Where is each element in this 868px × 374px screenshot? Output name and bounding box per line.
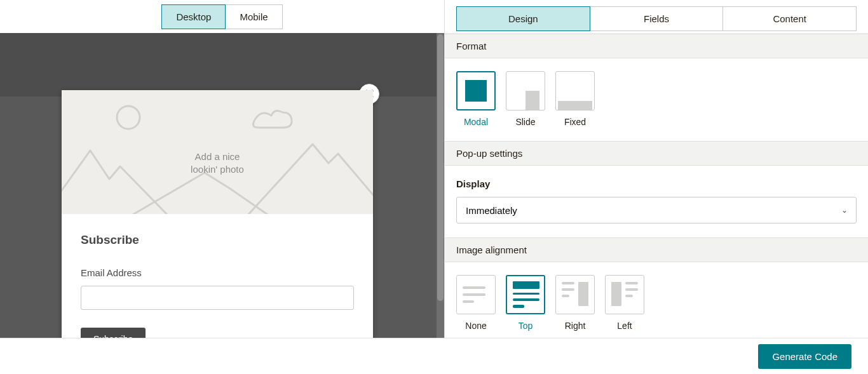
section-popup-settings-header: Pop-up settings — [445, 141, 868, 166]
preview-tabs: Desktop Mobile — [0, 0, 444, 33]
format-option-modal-label: Modal — [464, 117, 488, 127]
tab-design[interactable]: Design — [456, 6, 590, 31]
alignment-option-left[interactable]: Left — [605, 275, 644, 331]
footer-bar: Generate Code — [0, 338, 868, 374]
preview-stage: ✕ Add a nice lookin' photo S — [0, 33, 444, 338]
format-option-slide-label: Slide — [515, 117, 535, 127]
email-field[interactable] — [81, 286, 354, 310]
generate-code-button[interactable]: Generate Code — [758, 344, 851, 369]
display-select[interactable]: Immediately — [456, 197, 857, 224]
editor-scroll[interactable]: Format Modal Slide — [445, 33, 868, 338]
alignment-option-top-label: Top — [519, 321, 533, 331]
slide-icon — [526, 91, 539, 110]
section-image-alignment-header: Image alignment — [445, 237, 868, 262]
tab-mobile[interactable]: Mobile — [225, 5, 281, 29]
editor-tabs: Design Fields Content — [445, 0, 868, 33]
stage-scrollbar-thumb[interactable] — [437, 34, 444, 301]
alignment-option-right[interactable]: Right — [555, 275, 595, 331]
format-option-fixed[interactable]: Fixed — [555, 71, 595, 127]
tab-content[interactable]: Content — [722, 7, 856, 30]
alignment-option-none-label: None — [465, 321, 486, 331]
alignment-option-none[interactable]: None — [456, 275, 496, 331]
display-label: Display — [456, 178, 857, 189]
subscribe-button[interactable]: Subscribe — [81, 328, 146, 338]
format-option-fixed-label: Fixed — [564, 117, 586, 127]
modal-icon — [465, 80, 487, 102]
alignment-option-top[interactable]: Top — [506, 275, 545, 331]
editor-column: Design Fields Content Format Modal — [445, 0, 868, 338]
format-option-slide[interactable]: Slide — [506, 71, 545, 127]
preview-column: Desktop Mobile ✕ — [0, 0, 445, 338]
tab-fields[interactable]: Fields — [590, 7, 723, 30]
section-format-header: Format — [445, 34, 868, 58]
svg-point-0 — [117, 106, 140, 129]
placeholder-text: Add a nice lookin' photo — [191, 150, 244, 175]
email-label: Email Address — [81, 267, 354, 278]
popup-image-placeholder[interactable]: Add a nice lookin' photo — [62, 90, 373, 214]
fixed-icon — [558, 101, 592, 110]
alignment-option-left-label: Left — [617, 321, 632, 331]
alignment-option-right-label: Right — [565, 321, 586, 331]
format-option-modal[interactable]: Modal — [456, 71, 496, 127]
popup-heading: Subscribe — [81, 233, 354, 247]
popup-preview: ✕ Add a nice lookin' photo S — [62, 90, 373, 338]
tab-desktop[interactable]: Desktop — [161, 4, 226, 29]
stage-scrollbar[interactable] — [437, 33, 444, 338]
